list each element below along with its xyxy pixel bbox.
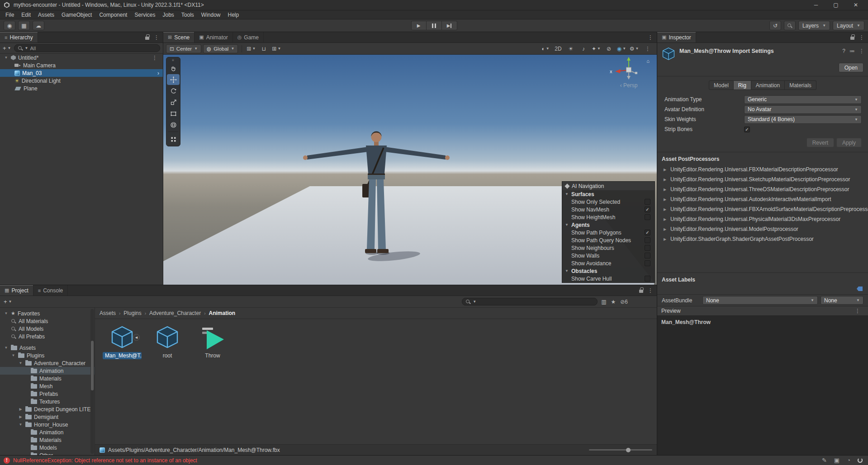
favorites-row[interactable]: ▼★Favorites (0, 310, 95, 317)
menu-component[interactable]: Component (95, 10, 131, 19)
checkbox[interactable] (645, 253, 650, 258)
subasset-collapse-button[interactable]: ◀ (133, 334, 140, 341)
scene-viewport[interactable]: ≡ ⌂ (163, 55, 657, 285)
checkbox[interactable] (645, 260, 650, 266)
step-button[interactable]: ▶ (442, 21, 457, 30)
foldout-arrow[interactable]: ▶ (664, 197, 668, 202)
scene-toolbar-menu[interactable]: ⋮ (641, 46, 654, 52)
close-button[interactable]: ✕ (853, 2, 859, 8)
folder-mesh[interactable]: Mesh (0, 382, 95, 390)
scene-menu-button[interactable]: ⋮ (148, 55, 161, 61)
layout-dropdown[interactable]: Layout▼ (833, 21, 864, 30)
panel-menu-button[interactable]: ⋮ (644, 32, 657, 42)
tab-scene[interactable]: ⊞ Scene (163, 32, 194, 42)
assetbundle-variant-dropdown[interactable]: None▼ (821, 296, 863, 305)
menu-gameobject[interactable]: GameObject (58, 10, 95, 19)
hierarchy-search-input[interactable]: ▼ All (14, 44, 160, 52)
scene-visibility-toggle[interactable]: ⊘ (603, 44, 614, 53)
search-by-label-button[interactable]: ★ (611, 299, 616, 305)
menu-jobs[interactable]: Jobs (159, 10, 177, 19)
cloud-button[interactable]: ☁ (33, 21, 44, 30)
postprocessor-row[interactable]: ▶UnityEditor.Rendering.Universal.FBXMate… (657, 164, 868, 174)
tool-handle-position-dropdown[interactable]: ⊡Center▼ (166, 44, 201, 53)
orientation-gizmo[interactable]: ⌂ x (607, 56, 650, 89)
tab-materials[interactable]: Materials (785, 80, 816, 90)
ai-navigation-header[interactable]: AI Navigation (562, 182, 655, 190)
skin-weights-dropdown[interactable]: Standard (4 Bones)▼ (744, 115, 862, 124)
assetbundle-dropdown[interactable]: None▼ (702, 296, 818, 305)
package-icon[interactable]: ▣ (834, 457, 840, 464)
tree-scrollbar[interactable] (90, 309, 94, 454)
checkbox-checked[interactable]: ✓ (645, 207, 650, 212)
custom-tool-button[interactable] (167, 134, 180, 145)
checkbox[interactable] (645, 199, 650, 205)
asset-man-mesh-throw[interactable]: ◀ Man_Mesh@T... (102, 324, 142, 359)
scrollbar-thumb[interactable] (91, 341, 94, 390)
scale-tool-button[interactable] (167, 97, 180, 108)
asset-root[interactable]: root (147, 324, 187, 359)
tab-game[interactable]: ◎ Game (233, 32, 264, 42)
layers-dropdown[interactable]: Layers▼ (798, 21, 830, 30)
foldout-arrow[interactable]: ▶ (664, 188, 668, 192)
snap-increment-toggle[interactable]: ⊔ (258, 44, 269, 53)
help-icon[interactable]: ? (842, 48, 845, 54)
pause-button[interactable] (427, 21, 442, 30)
foldout-arrow[interactable]: ▼ (4, 311, 9, 315)
folder-decrepit-dungeon[interactable]: ▶Decrepit Dungeon LITE (0, 405, 95, 413)
menu-help[interactable]: Help (224, 10, 243, 19)
more-options-icon[interactable]: ⋮ (859, 48, 864, 54)
foldout-arrow[interactable]: ▶ (18, 415, 23, 419)
tab-model[interactable]: Model (709, 80, 734, 90)
menu-file[interactable]: File (2, 10, 18, 19)
postprocessor-row[interactable]: ▶UnityEditor.Rendering.Universal.ThreeDS… (657, 184, 868, 194)
move-tool-button[interactable] (167, 74, 180, 85)
lock-toggle[interactable] (638, 285, 644, 296)
apply-button[interactable]: Apply (836, 138, 862, 147)
account-button[interactable]: ◉ (4, 21, 15, 30)
postprocessor-row[interactable]: ▶UnityEditor.Rendering.Universal.ModelPo… (657, 224, 868, 234)
hierarchy-item-man-03[interactable]: Man_03 › (0, 69, 163, 77)
strip-bones-checkbox[interactable]: ✓ (744, 127, 750, 132)
minimize-button[interactable]: ─ (813, 2, 819, 8)
hierarchy-item-main-camera[interactable]: Main Camera (0, 61, 163, 69)
scene-row[interactable]: ▼ Untitled* ⋮ (0, 54, 163, 61)
scene-audio-toggle[interactable]: ♪ (578, 44, 589, 53)
progress-icon[interactable]: ◔ (847, 457, 850, 464)
checkbox[interactable] (645, 237, 650, 243)
folder-prefabs[interactable]: Prefabs (0, 390, 95, 398)
maximize-button[interactable]: ▢ (833, 2, 839, 8)
tab-console[interactable]: ≡ Console (33, 285, 68, 296)
menu-edit[interactable]: Edit (18, 10, 34, 19)
postprocessor-row[interactable]: ▶UnityEditor.Rendering.Universal.Autodes… (657, 194, 868, 204)
lock-toggle[interactable] (144, 32, 150, 42)
checkbox[interactable] (645, 276, 650, 282)
slider-thumb[interactable] (626, 448, 631, 452)
foldout-arrow[interactable]: ▶ (664, 217, 668, 221)
postprocessor-row[interactable]: ▶UnityEditor.Rendering.Universal.FBXArno… (657, 204, 868, 214)
tab-inspector[interactable]: ▣ Inspector (657, 32, 696, 42)
tab-animator[interactable]: ▣ Animator (194, 32, 232, 42)
hierarchy-item-directional-light[interactable]: ☀ Directional Light (0, 77, 163, 85)
crumb-assets[interactable]: Assets (100, 310, 116, 316)
console-error-message[interactable]: NullReferenceException: Object reference… (13, 457, 197, 464)
rotate-tool-button[interactable] (167, 85, 180, 96)
view-tool-button[interactable] (167, 63, 180, 74)
foldout-arrow[interactable]: ▼ (18, 423, 23, 427)
foldout-arrow[interactable]: ▶ (664, 178, 668, 182)
menu-window[interactable]: Window (198, 10, 224, 19)
obstacles-section-header[interactable]: ▼Obstacles (562, 267, 655, 275)
panel-menu-button[interactable]: ⋮ (644, 285, 657, 296)
menu-tools[interactable]: Tools (178, 10, 198, 19)
crumb-plugins[interactable]: Plugins (123, 310, 141, 316)
scene-camera-dropdown[interactable]: ◉▼ (616, 44, 627, 53)
panel-menu-button[interactable]: ⋮ (855, 32, 868, 42)
folder-assets[interactable]: ▼Assets (0, 344, 95, 352)
overlay-handle[interactable]: ≡ (172, 58, 175, 62)
favorite-all-prefabs[interactable]: All Prefabs (0, 333, 95, 340)
checkbox[interactable] (645, 245, 650, 251)
folder-adventure-character[interactable]: ▼Adventure_Character (0, 359, 95, 367)
crumb-animation[interactable]: Animation (209, 310, 235, 316)
play-button[interactable]: ▶ (411, 21, 427, 30)
draw-mode-dropdown[interactable]: ◐▼ (540, 44, 551, 53)
revert-button[interactable]: Revert (806, 138, 834, 147)
